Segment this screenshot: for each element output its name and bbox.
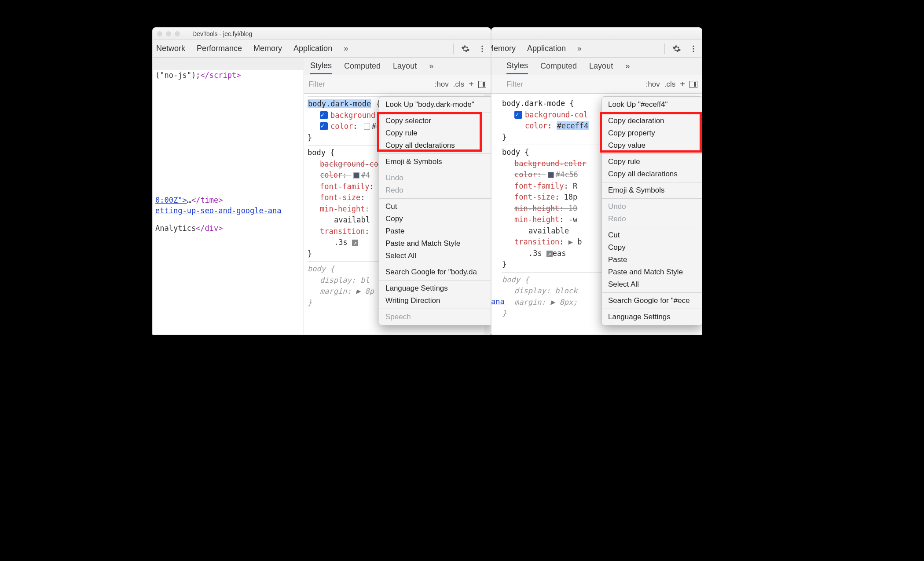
selector-body[interactable]: body xyxy=(308,148,326,157)
menu-copy-value[interactable]: Copy value xyxy=(602,139,702,152)
prop-display[interactable]: display xyxy=(320,276,352,284)
prop-color2-b[interactable]: color xyxy=(514,170,537,179)
new-rule-button-b[interactable]: + xyxy=(680,79,685,89)
traffic-max-icon[interactable] xyxy=(175,31,180,36)
menu-copy-all[interactable]: Copy all declarations xyxy=(379,139,491,152)
prop-margin-b[interactable]: margin xyxy=(514,298,541,306)
href-link[interactable]: etting-up-seo-and-google-ana xyxy=(155,206,282,215)
swatch2-icon[interactable] xyxy=(353,172,359,178)
tab-overflow-b[interactable]: » xyxy=(577,44,582,53)
menu-paste-b[interactable]: Paste xyxy=(602,254,702,266)
subtab-overflow-b[interactable]: » xyxy=(625,59,630,73)
cls-toggle-b[interactable]: .cls xyxy=(664,80,676,89)
menu-emoji[interactable]: Emoji & Symbols xyxy=(379,156,491,168)
menu-copy-rule[interactable]: Copy rule xyxy=(379,127,491,139)
menu-lookup-b[interactable]: Look Up "#eceff4" xyxy=(602,98,702,111)
prop-margin[interactable]: margin xyxy=(320,287,347,295)
hov-toggle[interactable]: :hov xyxy=(435,80,449,89)
menu-lookup[interactable]: Look Up "body.dark-mode" xyxy=(379,98,491,111)
menu-cut-b[interactable]: Cut xyxy=(602,229,702,241)
subtab-styles[interactable]: Styles xyxy=(310,58,332,74)
filter-input-b[interactable]: Filter xyxy=(496,80,642,89)
selector-body-ua[interactable]: body xyxy=(308,264,326,273)
menu-language[interactable]: Language Settings xyxy=(379,282,491,295)
menu-paste-match[interactable]: Paste and Match Style xyxy=(379,237,491,250)
subtab-computed[interactable]: Computed xyxy=(344,59,381,73)
selector-b[interactable]: body.dark-mode xyxy=(502,99,565,108)
menu-copy-rule-b[interactable]: Copy rule xyxy=(602,156,702,168)
easing-icon-b[interactable]: ↗ xyxy=(546,251,553,257)
prop-color2[interactable]: color xyxy=(320,171,342,179)
selector-a[interactable]: body.dark-mode xyxy=(308,99,371,108)
new-rule-button[interactable]: + xyxy=(469,79,474,89)
prop-fs-b[interactable]: font-size xyxy=(514,193,555,201)
menu-copy-b[interactable]: Copy xyxy=(602,241,702,254)
menu-writing[interactable]: Writing Direction xyxy=(379,295,491,307)
tab-network[interactable]: Network xyxy=(156,44,185,53)
hov-toggle-b[interactable]: :hov xyxy=(646,80,660,89)
val-color2b[interactable]: #4c56 xyxy=(556,170,578,179)
menu-copy-property[interactable]: Copy property xyxy=(602,127,702,139)
selected-line[interactable] xyxy=(152,58,307,70)
kebab-icon-b[interactable] xyxy=(689,44,698,54)
menu-copy-all-b[interactable]: Copy all declarations xyxy=(602,168,702,180)
prop-bg-b[interactable]: background-col xyxy=(525,110,588,119)
tab-application-b[interactable]: Application xyxy=(527,44,566,53)
val-color2[interactable]: #4 xyxy=(361,171,370,179)
subtab-overflow[interactable]: » xyxy=(429,59,433,73)
prop-mh[interactable]: min-height xyxy=(320,204,365,213)
prop-ff[interactable]: font-family xyxy=(320,182,370,191)
menu-speech[interactable]: Speech xyxy=(379,311,491,323)
menu-search[interactable]: Search Google for "body.da xyxy=(379,266,491,278)
easing-icon[interactable]: ↗ xyxy=(352,240,358,246)
menu-copy-selector[interactable]: Copy selector xyxy=(379,115,491,127)
subtab-computed-b[interactable]: Computed xyxy=(540,59,577,73)
menu-copy-declaration[interactable]: Copy declaration xyxy=(602,115,702,127)
color-swatch-icon[interactable] xyxy=(364,124,370,130)
selector-body-ua-b[interactable]: body xyxy=(502,275,520,284)
prop-color-b[interactable]: color xyxy=(525,121,547,130)
checkbox-bg[interactable] xyxy=(320,111,328,119)
subtab-layout-b[interactable]: Layout xyxy=(589,59,613,73)
prop-mh-b[interactable]: min-height xyxy=(514,204,559,213)
cls-toggle[interactable]: .cls xyxy=(453,80,465,89)
menu-language-b[interactable]: Language Settings xyxy=(602,311,702,323)
tab-overflow[interactable]: » xyxy=(344,44,348,53)
prop-ff-b[interactable]: font-family xyxy=(514,182,564,190)
menu-emoji-b[interactable]: Emoji & Symbols xyxy=(602,184,702,197)
subtab-styles-b[interactable]: Styles xyxy=(506,58,528,74)
traffic-close-icon[interactable] xyxy=(157,31,162,36)
menu-select-all[interactable]: Select All xyxy=(379,250,491,262)
menu-select-all-b[interactable]: Select All xyxy=(602,278,702,291)
prop-fs[interactable]: font-size xyxy=(320,193,360,202)
menu-paste-match-b[interactable]: Paste and Match Style xyxy=(602,266,702,278)
menu-copy[interactable]: Copy xyxy=(379,213,491,225)
traffic-min-icon[interactable] xyxy=(166,31,171,36)
menu-cut[interactable]: Cut xyxy=(379,200,491,213)
kebab-icon[interactable] xyxy=(477,44,487,54)
menu-paste[interactable]: Paste xyxy=(379,225,491,237)
tab-memory-b[interactable]: Memory xyxy=(491,44,516,53)
checkbox-color[interactable] xyxy=(320,122,328,130)
subtab-layout[interactable]: Layout xyxy=(393,59,417,73)
prop-tr-b[interactable]: transition xyxy=(514,237,559,246)
checkbox-bg-b[interactable] xyxy=(514,111,522,119)
gear-icon-b[interactable] xyxy=(672,44,682,54)
gear-icon[interactable] xyxy=(461,44,470,54)
prop-bg2-b[interactable]: background-color xyxy=(514,159,587,168)
prop-display-b[interactable]: display xyxy=(514,286,546,295)
swatch2b-icon[interactable] xyxy=(548,172,554,178)
selector-body-b[interactable]: body xyxy=(502,148,520,157)
panel-toggle-icon-b[interactable] xyxy=(689,81,697,88)
tab-application[interactable]: Application xyxy=(293,44,332,53)
tab-memory[interactable]: Memory xyxy=(253,44,282,53)
prop-tr[interactable]: transition xyxy=(320,227,365,236)
link-ana[interactable]: ana xyxy=(491,297,505,306)
panel-toggle-icon[interactable] xyxy=(478,81,486,88)
prop-color[interactable]: color xyxy=(330,122,353,131)
menu-search-b[interactable]: Search Google for "#ece xyxy=(602,295,702,307)
tab-performance[interactable]: Performance xyxy=(197,44,242,53)
val-color-b[interactable]: #eceff4 xyxy=(557,121,589,130)
filter-input[interactable]: Filter xyxy=(308,80,430,89)
prop-mh2-b[interactable]: min-height xyxy=(514,215,559,224)
